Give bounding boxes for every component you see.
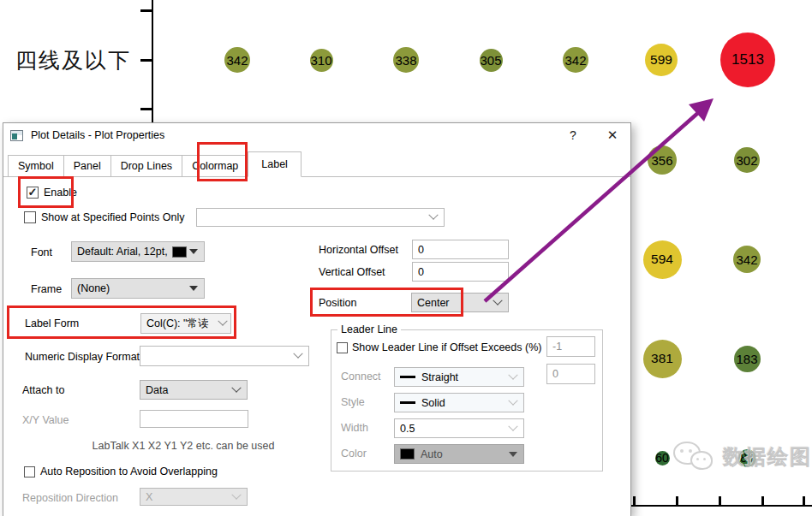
color-value: Auto (421, 448, 443, 460)
bubble-value-label: 60 (655, 451, 669, 465)
y-axis-tick (140, 59, 152, 62)
y-axis-tick (140, 9, 152, 12)
bubble-value-label: 381 (651, 351, 673, 366)
xy-value-input[interactable] (140, 410, 248, 428)
bubble-value-label: 310 (310, 53, 331, 68)
bubble-point: 599 (645, 44, 678, 76)
width-combo: 0.5 (394, 418, 524, 438)
reposition-direction-combo: X (140, 488, 248, 506)
reposition-direction-value: X (146, 491, 152, 503)
specified-points-combo[interactable] (196, 208, 445, 227)
font-combo[interactable]: Default: Arial, 12pt, (71, 241, 205, 262)
color-label: Color (341, 448, 367, 460)
x-axis-tick (803, 496, 805, 505)
x-axis-line (630, 505, 812, 507)
bubble-point: 302 (734, 147, 760, 173)
bubble-point: 310 (310, 49, 333, 72)
chevron-down-icon (231, 489, 241, 499)
bubble-point: 342 (733, 246, 761, 273)
tab-label[interactable]: Label (248, 151, 302, 177)
dropdown-arrow-icon (509, 452, 517, 457)
width-label: Width (341, 422, 368, 434)
close-button[interactable]: ✕ (600, 125, 625, 145)
annotation-box-label-form (7, 305, 236, 339)
dropdown-arrow-icon (189, 249, 198, 254)
frame-combo[interactable]: (None) (71, 278, 205, 299)
tab-baseline (3, 176, 630, 177)
chevron-down-icon (508, 421, 517, 430)
bubble-value-label: 342 (736, 252, 757, 267)
bubble-value-label: 356 (651, 153, 672, 168)
xy-value-label: X/Y Value (22, 414, 69, 426)
bubble-point: 338 (393, 47, 419, 73)
leader-second-input[interactable] (546, 364, 595, 384)
help-button[interactable]: ? (560, 125, 586, 145)
bubble-value-label: 342 (226, 53, 248, 68)
bubble-point: 342 (563, 47, 588, 73)
chevron-down-icon (231, 383, 241, 392)
connect-combo: Straight (394, 367, 524, 387)
x-axis-tick (761, 496, 764, 505)
show-leader-line-checkbox[interactable] (337, 342, 348, 353)
tab-strip: Symbol Panel Drop Lines Colormap Label (8, 151, 301, 177)
attach-to-label: Attach to (22, 384, 64, 396)
frame-value: (None) (77, 282, 110, 294)
attach-to-combo[interactable]: Data (140, 380, 248, 400)
bubble-point: 356 (648, 145, 677, 175)
app-icon (10, 130, 23, 141)
bubble-value-label: 342 (564, 53, 586, 68)
offset-exceeds-input[interactable] (546, 336, 595, 357)
bubble-value-label: 338 (395, 53, 416, 68)
tab-drop-lines[interactable]: Drop Lines (110, 155, 182, 177)
numeric-display-format-combo[interactable] (140, 346, 309, 366)
font-label: Font (31, 246, 52, 258)
annotation-box-position (310, 288, 463, 317)
chevron-down-icon (293, 349, 302, 359)
show-at-specified-checkbox[interactable] (24, 211, 36, 223)
connect-label: Connect (341, 371, 381, 383)
style-label: Style (341, 396, 365, 408)
tab-symbol[interactable]: Symbol (8, 155, 64, 177)
dropdown-arrow-icon (189, 286, 198, 291)
width-value: 0.5 (400, 423, 415, 435)
vertical-offset-input[interactable] (412, 262, 509, 282)
watermark-text: 数据绘图 (723, 443, 812, 471)
font-color-swatch (172, 246, 187, 258)
style-value: Solid (421, 397, 445, 409)
bubble-value-label: 1513 (731, 51, 764, 68)
dialog-title: Plot Details - Plot Properties (31, 129, 164, 141)
chevron-down-icon (508, 370, 517, 379)
bubble-point: 342 (224, 47, 250, 73)
tab-panel[interactable]: Panel (63, 155, 111, 177)
auto-reposition-checkbox[interactable] (24, 466, 35, 477)
show-leader-line-label: Show Leader Line if Offset Exceeds (%) (352, 341, 541, 353)
bubble-point: 1513 (720, 33, 775, 87)
x-axis-tick (676, 496, 678, 505)
color-swatch (400, 448, 415, 460)
font-value: Default: Arial, 12pt, (77, 246, 168, 258)
x-axis-tick (719, 496, 721, 505)
color-combo: Auto (394, 444, 524, 464)
bubble-value-label: 599 (650, 52, 672, 68)
bubble-value-label: 594 (651, 252, 673, 267)
bubble-point: 594 (643, 240, 682, 279)
bubble-value-label: 302 (736, 153, 757, 168)
annotation-box-enable (18, 176, 74, 208)
connect-value: Straight (421, 371, 458, 383)
y-axis-tick (140, 108, 152, 110)
x-axis-tick (633, 496, 636, 505)
horizontal-offset-input[interactable] (412, 240, 509, 259)
bubble-point: 381 (643, 340, 682, 378)
leader-line-title: Leader Line (337, 323, 401, 335)
labtalk-hint: LabTalk X1 X2 Y1 Y2 etc. can be used (55, 440, 312, 452)
horizontal-offset-label: Horizontal Offset (319, 244, 398, 256)
show-at-specified-label: Show at Specified Points Only (41, 211, 184, 223)
dialog-titlebar[interactable]: Plot Details - Plot Properties ? ✕ (3, 123, 630, 147)
style-combo: Solid (394, 393, 524, 412)
bubble-point: 60 (655, 451, 670, 466)
bubble-value-label: 183 (736, 352, 757, 366)
chevron-down-icon (493, 295, 502, 305)
y-axis-category-label: 四线及以下 (15, 46, 131, 74)
bubble-value-label: 305 (480, 53, 501, 68)
wechat-logo-icon (673, 440, 718, 474)
